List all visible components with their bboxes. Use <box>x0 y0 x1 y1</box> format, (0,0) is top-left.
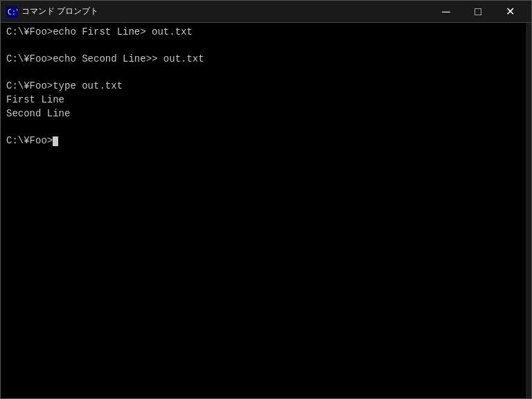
terminal-line <box>6 39 526 53</box>
terminal-line <box>6 66 526 80</box>
terminal-body[interactable]: C:\¥Foo>echo First Line> out.txt C:\¥Foo… <box>1 23 531 398</box>
window-title: コマンド プロンプト <box>21 6 430 17</box>
minimize-button[interactable]: ─ <box>430 1 462 23</box>
cursor <box>53 136 58 146</box>
window-controls: ─ □ ✕ <box>430 1 526 23</box>
cmd-window: C:\ コマンド プロンプト ─ □ ✕ C:\¥Foo>echo First … <box>0 0 532 399</box>
maximize-button[interactable]: □ <box>462 1 494 23</box>
terminal-line <box>6 121 526 134</box>
terminal-line: C:\¥Foo>echo First Line> out.txt <box>6 26 526 39</box>
scrollbar[interactable] <box>526 23 531 398</box>
title-bar: C:\ コマンド プロンプト ─ □ ✕ <box>1 1 531 23</box>
terminal-line: Second Line <box>6 107 526 121</box>
terminal-prompt-line: C:\¥Foo> <box>6 134 526 148</box>
terminal-line: C:\¥Foo>type out.txt <box>6 80 526 94</box>
svg-text:C:\: C:\ <box>8 8 17 16</box>
terminal-line: First Line <box>6 94 526 107</box>
terminal-icon: C:\ <box>6 6 17 17</box>
close-button[interactable]: ✕ <box>494 1 526 23</box>
terminal-line: C:\¥Foo>echo Second Line>> out.txt <box>6 53 526 66</box>
prompt-text: C:\¥Foo> <box>6 135 53 146</box>
